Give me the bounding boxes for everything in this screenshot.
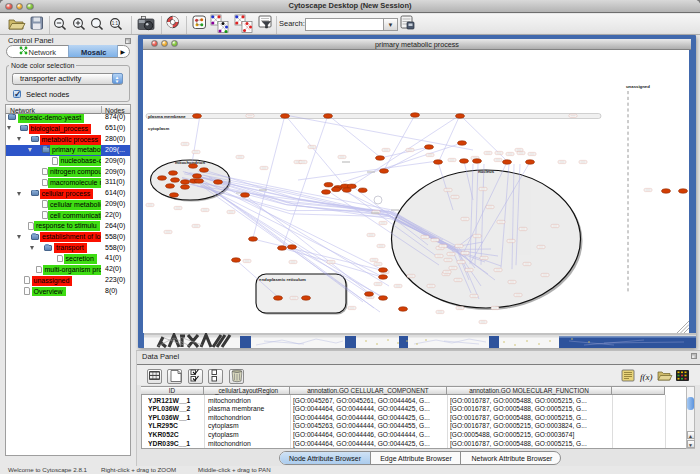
svg-text:nucleus: nucleus — [478, 169, 495, 174]
svg-text:plasma membrane: plasma membrane — [148, 114, 186, 119]
svg-text:cytoplasm: cytoplasm — [148, 126, 169, 131]
svg-text:1:1: 1:1 — [112, 21, 119, 26]
svg-text:unassigned: unassigned — [626, 84, 650, 89]
svg-text:f(x): f(x) — [640, 372, 653, 382]
svg-text:endoplasmic reticulum: endoplasmic reticulum — [259, 277, 306, 282]
